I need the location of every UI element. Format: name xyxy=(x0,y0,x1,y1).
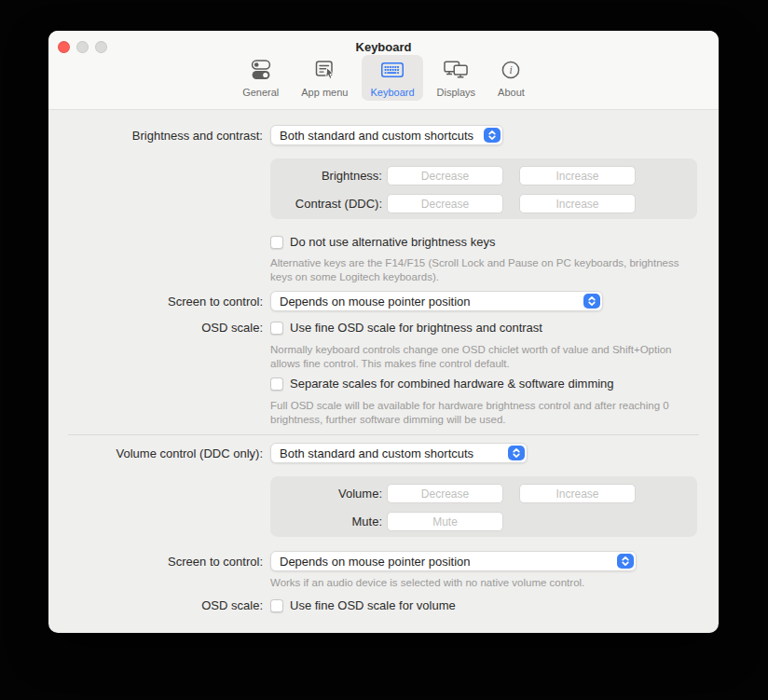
brightness-decrease-shortcut-field[interactable]: Decrease xyxy=(387,166,503,185)
preferences-window: Keyboard General xyxy=(48,31,719,633)
volume-mode-popup[interactable]: Both standard and custom shortcuts xyxy=(270,443,528,463)
fine-osd-volume-checkbox[interactable] xyxy=(270,599,283,612)
brightness-contrast-label: Brightness and contrast: xyxy=(48,129,263,143)
toggles-icon xyxy=(249,59,273,85)
mute-row-label: Mute: xyxy=(270,515,382,528)
keyboard-icon xyxy=(379,59,405,85)
menu-cursor-icon xyxy=(312,59,336,85)
tab-label: General xyxy=(242,87,279,98)
volume-row-label: Volume: xyxy=(270,487,382,501)
window-title: Keyboard xyxy=(48,40,719,54)
alt-brightness-keys-label: Do not use alternative brightness keys xyxy=(290,235,495,249)
separate-scales-help: Full OSD scale will be available for har… xyxy=(270,399,692,427)
separate-scales-checkbox[interactable] xyxy=(270,377,283,391)
brightness-shortcuts-group: Brightness: Decrease Increase Contrast (… xyxy=(270,158,697,219)
alt-brightness-keys-help: Alternative keys are the F14/F15 (Scroll… xyxy=(270,256,692,284)
tab-displays[interactable]: Displays xyxy=(429,55,485,101)
popup-updown-chevron-icon xyxy=(484,128,501,143)
osd-scale-label: OSD scale: xyxy=(48,598,263,612)
fine-osd-volume-label: Use fine OSD scale for volume xyxy=(290,598,456,612)
volume-shortcuts-group: Volume: Decrease Increase Mute: Mute xyxy=(270,476,697,537)
volume-increase-shortcut-field[interactable]: Increase xyxy=(519,484,636,503)
volume-screen-popup[interactable]: Depends on mouse pointer position xyxy=(270,551,637,571)
osd-scale-label: OSD scale: xyxy=(48,321,263,335)
popup-updown-chevron-icon xyxy=(617,554,634,569)
tab-general[interactable]: General xyxy=(234,55,287,101)
section-divider xyxy=(68,434,699,435)
alt-brightness-keys-checkbox[interactable] xyxy=(270,236,283,249)
volume-decrease-shortcut-field[interactable]: Decrease xyxy=(387,484,503,503)
volume-screen-help: Works if an audio device is selected wit… xyxy=(270,576,692,590)
popup-updown-chevron-icon xyxy=(508,446,525,460)
fine-osd-brightness-checkbox[interactable] xyxy=(270,322,283,335)
screen-to-control-label: Screen to control: xyxy=(48,295,263,309)
screen-to-control-label: Screen to control: xyxy=(48,555,263,569)
tab-label: Keyboard xyxy=(370,87,414,98)
brightness-row-label: Brightness: xyxy=(270,169,382,183)
brightness-screen-popup[interactable]: Depends on mouse pointer position xyxy=(270,291,603,311)
info-icon: i xyxy=(500,59,522,85)
tab-keyboard[interactable]: Keyboard xyxy=(362,55,422,101)
contrast-increase-shortcut-field[interactable]: Increase xyxy=(519,194,636,213)
mute-shortcut-field[interactable]: Mute xyxy=(387,512,503,531)
brightness-mode-popup[interactable]: Both standard and custom shortcuts xyxy=(270,125,503,145)
titlebar: Keyboard General xyxy=(48,31,719,110)
fine-osd-brightness-help: Normally keyboard controls change one OS… xyxy=(270,343,692,371)
brightness-increase-shortcut-field[interactable]: Increase xyxy=(519,166,636,185)
svg-text:i: i xyxy=(510,64,513,75)
volume-control-label: Volume control (DDC only): xyxy=(48,446,263,460)
tab-label: Displays xyxy=(437,87,476,98)
keyboard-pane: Brightness and contrast: Both standard a… xyxy=(48,111,719,633)
contrast-row-label: Contrast (DDC): xyxy=(270,197,382,211)
fine-osd-brightness-label: Use fine OSD scale for brightness and co… xyxy=(290,321,542,335)
toolbar: General App menu xyxy=(48,55,719,101)
tab-app-menu[interactable]: App menu xyxy=(293,55,356,101)
displays-icon xyxy=(442,59,470,85)
tab-label: App menu xyxy=(301,87,348,98)
separate-scales-label: Separate scales for combined hardware & … xyxy=(290,377,614,391)
contrast-decrease-shortcut-field[interactable]: Decrease xyxy=(387,194,503,213)
tab-about[interactable]: i About xyxy=(489,55,533,101)
popup-updown-chevron-icon xyxy=(583,294,600,309)
tab-label: About xyxy=(498,87,525,98)
